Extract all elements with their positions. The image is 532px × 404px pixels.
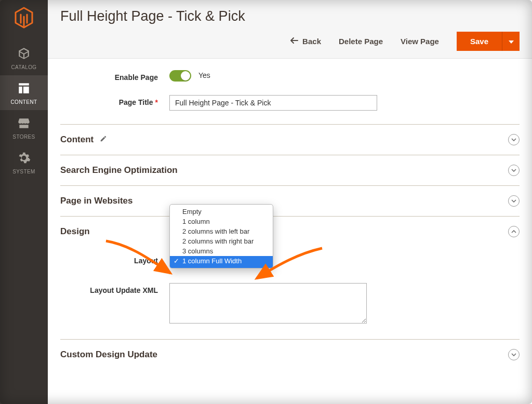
magento-logo-icon <box>14 6 34 31</box>
delete-page-button[interactable]: Delete Page <box>339 37 383 46</box>
layout-option[interactable]: 3 columns <box>170 246 273 256</box>
pencil-icon <box>100 134 107 145</box>
view-page-button[interactable]: View Page <box>401 37 439 46</box>
save-button[interactable]: Save <box>457 32 502 51</box>
section-content[interactable]: Content <box>60 124 520 155</box>
admin-sidebar: CATALOG CONTENT STORES SYSTEM <box>0 0 48 404</box>
section-label: Design <box>60 226 90 237</box>
enable-page-row: Enable Page Yes <box>60 70 520 82</box>
cube-icon <box>17 47 31 62</box>
chevron-down-icon <box>508 195 520 207</box>
storefront-icon <box>17 116 31 132</box>
enable-page-toggle[interactable] <box>169 70 191 82</box>
page-content: Enable Page Yes Page Title* Content <box>48 59 532 374</box>
main-pane: Full Height Page - Tick & Pick Back Dele… <box>48 0 532 404</box>
section-seo[interactable]: Search Engine Optimization <box>60 155 520 185</box>
chevron-down-icon <box>508 134 520 145</box>
page-title: Full Height Page - Tick & Pick <box>60 8 520 24</box>
chevron-up-icon <box>508 226 520 237</box>
required-star-icon: * <box>155 98 158 106</box>
sidebar-item-label: SYSTEM <box>12 169 35 174</box>
layout-label: Layout <box>60 257 169 265</box>
enable-page-label: Enable Page <box>60 70 169 82</box>
layout-dropdown: Empty 1 column 2 columns with left bar 2… <box>169 204 273 268</box>
save-dropdown-toggle[interactable] <box>502 32 520 51</box>
enable-page-value: Yes <box>198 70 210 79</box>
page-title-input[interactable] <box>169 95 377 111</box>
layout-xml-row: Layout Update XML <box>60 283 520 324</box>
page-title-row: Page Title* <box>60 95 520 111</box>
layout-option[interactable]: Empty <box>170 205 273 217</box>
layout-select[interactable]: Empty 1 column 2 columns with left bar 2… <box>169 254 281 267</box>
sidebar-item-content[interactable]: CONTENT <box>0 75 48 110</box>
chevron-down-icon <box>508 349 520 360</box>
section-label: Content <box>60 134 94 145</box>
caret-down-icon <box>509 37 514 45</box>
layout-xml-label: Layout Update XML <box>60 283 169 294</box>
layout-option[interactable]: 1 column <box>170 217 273 226</box>
gear-icon <box>17 151 31 167</box>
layout-option[interactable]: 2 columns with right bar <box>170 236 273 246</box>
section-label: Custom Design Update <box>60 349 157 360</box>
page-header: Full Height Page - Tick & Pick Back Dele… <box>48 0 532 59</box>
chevron-down-icon <box>508 165 520 176</box>
sidebar-item-label: CATALOG <box>11 64 36 70</box>
page-title-label: Page Title* <box>60 95 169 106</box>
design-section-body: Layout Empty 1 column 2 columns with lef… <box>60 247 520 339</box>
sidebar-item-stores[interactable]: STORES <box>0 110 48 145</box>
section-custom-design-update[interactable]: Custom Design Update <box>60 339 520 370</box>
layout-xml-textarea[interactable] <box>169 283 367 324</box>
section-label: Search Engine Optimization <box>60 165 178 176</box>
sidebar-item-catalog[interactable]: CATALOG <box>0 41 48 75</box>
page-actions: Back Delete Page View Page Save <box>60 32 520 51</box>
section-label: Page in Websites <box>60 196 133 206</box>
layout-option-selected[interactable]: 1 column Full Width <box>170 256 273 268</box>
layout-row: Layout Empty 1 column 2 columns with lef… <box>60 254 520 267</box>
sidebar-item-label: STORES <box>12 134 35 140</box>
back-label: Back <box>302 37 321 46</box>
section-design[interactable]: Design <box>60 216 520 247</box>
sidebar-item-system[interactable]: SYSTEM <box>0 145 48 180</box>
section-page-in-websites[interactable]: Page in Websites <box>60 185 520 216</box>
back-button[interactable]: Back <box>290 37 321 46</box>
sidebar-item-label: CONTENT <box>10 99 37 105</box>
layout-option[interactable]: 2 columns with left bar <box>170 226 273 236</box>
arrow-left-icon <box>290 37 298 46</box>
layout-icon <box>17 82 31 97</box>
